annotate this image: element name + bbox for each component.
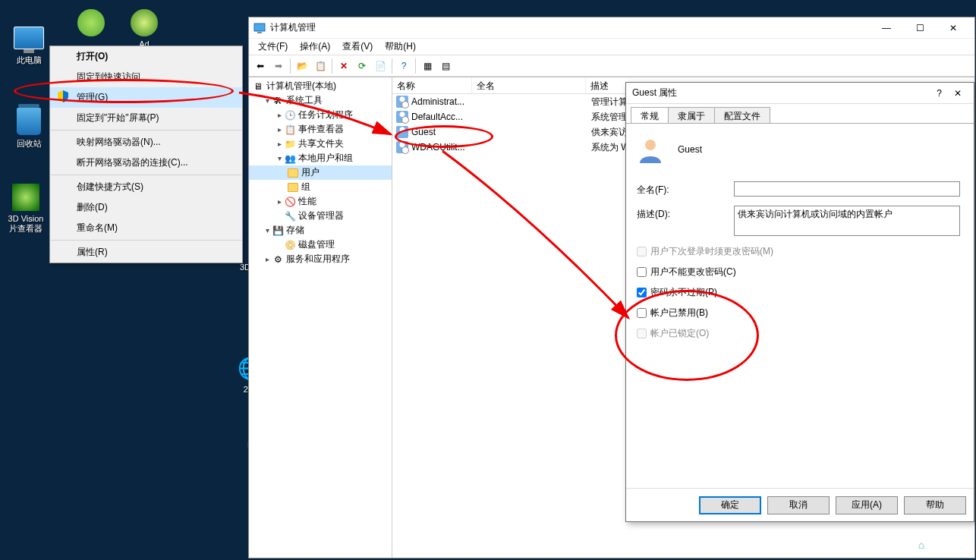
cancel-button[interactable]: 取消: [767, 496, 830, 514]
folder-icon: [287, 167, 299, 179]
chevron-right-icon[interactable]: ▸: [275, 197, 284, 206]
tree-performance[interactable]: ▸🚫性能: [249, 194, 392, 209]
chk-never-expire-box[interactable]: [637, 288, 647, 297]
tree-task-scheduler[interactable]: ▸🕒任务计划程序: [249, 108, 392, 122]
menu-view[interactable]: 查看(V): [336, 39, 379, 55]
shield-icon: [58, 90, 68, 102]
ctx-pin-start[interactable]: 固定到"开始"屏幕(P): [50, 108, 242, 128]
toolbar-view2[interactable]: ▤: [437, 58, 454, 74]
green2-icon: [129, 8, 159, 38]
chevron-right-icon[interactable]: ▸: [275, 111, 284, 119]
nvidia-icon: [11, 182, 41, 212]
perf-icon: 🚫: [284, 196, 296, 208]
props-username: Guest: [678, 144, 702, 155]
tree-pane[interactable]: 🖥计算机管理(本地) ▾🛠系统工具 ▸🕒任务计划程序 ▸📋事件查看器 ▸📁共享文…: [249, 77, 392, 558]
chk-disabled-box[interactable]: [637, 308, 647, 318]
props-tabs[interactable]: 常规 隶属于 配置文件: [626, 104, 974, 124]
tree-task-scheduler-label: 任务计划程序: [298, 109, 353, 121]
tree-groups[interactable]: 组: [249, 180, 392, 194]
chk-cannot-change-box[interactable]: [637, 267, 647, 277]
toolbar-back[interactable]: ⬅: [252, 58, 269, 74]
menu-file[interactable]: 文件(F): [252, 39, 294, 55]
ctx-pin-qa[interactable]: 固定到快速访问: [50, 67, 242, 87]
ctx-open[interactable]: 打开(O): [50, 46, 242, 67]
props-close-button[interactable]: ✕: [948, 88, 968, 99]
tab-general[interactable]: 常规: [631, 107, 669, 123]
toolbar-help[interactable]: ?: [395, 58, 412, 74]
desktop-icon-green1[interactable]: [68, 8, 114, 39]
ctx-shortcut[interactable]: 创建快捷方式(S): [50, 177, 242, 197]
toolbar-sep1: [290, 58, 291, 74]
ctx-disconnect-drive[interactable]: 断开网络驱动器的连接(C)...: [50, 153, 242, 173]
tree-users[interactable]: 用户: [249, 165, 392, 180]
tree-shared-folders[interactable]: ▸📁共享文件夹: [249, 137, 392, 151]
toolbar-props[interactable]: 📋: [312, 58, 329, 74]
tree-local-users[interactable]: ▾👥本地用户和组: [249, 151, 392, 165]
toolbar-delete[interactable]: ✕: [335, 58, 352, 74]
chk-disabled[interactable]: 帐户已禁用(B): [637, 307, 963, 319]
context-menu[interactable]: 打开(O) 固定到快速访问 管理(G) 固定到"开始"屏幕(P) 映射网络驱动器…: [49, 46, 243, 263]
close-button[interactable]: ✕: [937, 17, 970, 39]
ctx-properties[interactable]: 属性(R): [50, 242, 242, 263]
desktop-icon-3dvision[interactable]: 3D Vision 片查看器: [3, 182, 49, 234]
toolbar-up[interactable]: 📂: [294, 58, 310, 74]
toolbar-fwd[interactable]: ➡: [270, 58, 287, 74]
chevron-right-icon[interactable]: ▸: [275, 140, 284, 148]
chevron-down-icon[interactable]: ▾: [275, 154, 284, 162]
tree-services[interactable]: ▸⚙服务和应用程序: [249, 252, 392, 266]
ctx-pin-qa-label: 固定到快速访问: [77, 71, 140, 82]
chevron-down-icon[interactable]: ▾: [263, 226, 272, 234]
toolbar-sep4: [415, 58, 416, 74]
tree-root[interactable]: 🖥计算机管理(本地): [249, 79, 392, 93]
tree-event-viewer[interactable]: ▸📋事件查看器: [249, 122, 392, 137]
toolbar-view1[interactable]: ▦: [419, 58, 436, 74]
ctx-map-drive[interactable]: 映射网络驱动器(N)...: [50, 132, 242, 153]
clock-icon: 🕒: [284, 109, 296, 121]
ctx-rename[interactable]: 重命名(M): [50, 218, 242, 238]
mgmt-titlebar[interactable]: 计算机管理 — ☐ ✕: [249, 17, 974, 39]
desktop-icon-recyclebin[interactable]: 回收站: [6, 106, 52, 149]
chevron-right-icon[interactable]: ▸: [275, 125, 284, 134]
menu-help[interactable]: 帮助(H): [379, 39, 422, 55]
ok-button[interactable]: 确定: [699, 496, 761, 514]
ctx-map-drive-label: 映射网络驱动器(N)...: [77, 137, 161, 147]
desktop-icon-thispc[interactable]: 此电脑: [6, 23, 52, 66]
desktop-icon-green2[interactable]: Ad: [121, 8, 167, 49]
ctx-rename-label: 重命名(M): [77, 222, 118, 233]
minimize-button[interactable]: —: [870, 17, 903, 39]
tab-profile[interactable]: 配置文件: [714, 107, 770, 123]
chevron-down-icon[interactable]: ▾: [263, 96, 272, 105]
chk-cannot-change[interactable]: 用户不能更改密码(C): [637, 266, 963, 278]
chk-never-expire[interactable]: 密码永不过期(P): [637, 286, 963, 299]
props-title-text: Guest 属性: [632, 87, 930, 99]
col-fullname[interactable]: 全名: [472, 77, 586, 93]
col-name[interactable]: 名称: [392, 77, 472, 93]
toolbar-export[interactable]: 📄: [372, 58, 389, 74]
mgmt-toolbar[interactable]: ⬅ ➡ 📂 📋 ✕ ⟳ 📄 ? ▦ ▤: [249, 55, 974, 77]
tab-memberof[interactable]: 隶属于: [668, 107, 715, 123]
computer-icon: 🖥: [252, 80, 264, 93]
tree-storage[interactable]: ▾💾存储: [249, 223, 392, 238]
tree-system-tools[interactable]: ▾🛠系统工具: [249, 93, 392, 108]
ctx-manage[interactable]: 管理(G): [50, 87, 242, 108]
props-titlebar[interactable]: Guest 属性 ? ✕: [626, 83, 974, 104]
toolbar-refresh[interactable]: ⟳: [354, 58, 370, 74]
tree-device-manager[interactable]: 🔧设备管理器: [249, 209, 392, 223]
props-footer: 确定 取消 应用(A) 帮助: [626, 488, 974, 521]
apply-button[interactable]: 应用(A): [836, 496, 898, 514]
maximize-button[interactable]: ☐: [903, 17, 937, 39]
recyclebin-icon: [14, 106, 44, 137]
menu-action[interactable]: 操作(A): [294, 39, 336, 55]
tree-disk-mgmt[interactable]: 📀磁盘管理: [249, 238, 392, 252]
ctx-sep3: [51, 240, 241, 241]
share-icon: 📁: [284, 138, 296, 150]
props-help-button[interactable]: ?: [930, 88, 948, 99]
chevron-right-icon[interactable]: ▸: [263, 255, 272, 263]
guest-properties-dialog[interactable]: Guest 属性 ? ✕ 常规 隶属于 配置文件 Guest 全名(F): 描述…: [625, 82, 974, 522]
desc-textarea[interactable]: 供来宾访问计算机或访问域的内置帐户: [734, 206, 960, 236]
fullname-input[interactable]: [734, 181, 960, 197]
help-button[interactable]: 帮助: [904, 496, 966, 514]
mgmt-menubar[interactable]: 文件(F) 操作(A) 查看(V) 帮助(H): [249, 39, 974, 55]
tree-device-mgr-label: 设备管理器: [298, 209, 344, 222]
ctx-delete[interactable]: 删除(D): [50, 197, 242, 218]
